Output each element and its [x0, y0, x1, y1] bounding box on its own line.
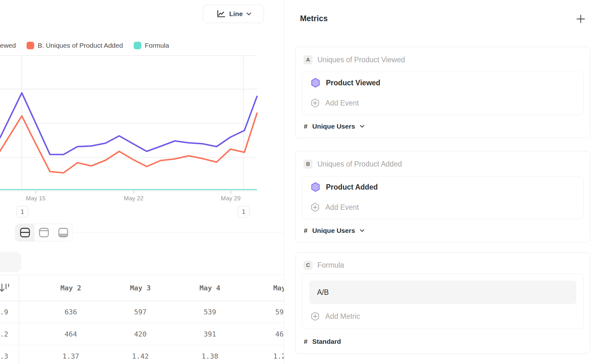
metric-card-c: CFormulaA/BAdd Metric#Standard — [295, 252, 590, 354]
legend-item-label: B. Uniques of Product Added — [38, 42, 123, 49]
table-cell: 597 — [106, 308, 175, 316]
add-event-label: Add Event — [325, 203, 359, 212]
table-cell: 1.2 — [245, 352, 284, 360]
event-name: Product Added — [326, 183, 378, 191]
add-event-label: Add Event — [325, 99, 359, 107]
table-row-header-cell: .2 — [0, 323, 19, 345]
hash-icon: # — [304, 338, 308, 345]
table-cell: 420 — [106, 330, 175, 338]
table-cell: 539 — [175, 308, 245, 316]
table-cell: 1.37 — [36, 352, 106, 360]
chevron-down-icon — [246, 12, 251, 15]
metric-inner-card: Product AddedAdd Event — [302, 176, 584, 219]
table-cell: 59 — [245, 308, 284, 316]
measure-selector[interactable]: #Standard — [304, 338, 341, 345]
table-row-header-cell: .9 — [0, 301, 19, 323]
series-line-product-viewed[interactable] — [0, 93, 257, 155]
chart-legend: ewedB. Uniques of Product AddedFormula — [0, 40, 169, 51]
measure-label: Standard — [312, 338, 341, 345]
metrics-panel: Metrics AUniques of Product ViewedProduc… — [284, 0, 600, 364]
view-toggle-layout-split-horizontal[interactable] — [15, 224, 34, 241]
series-line-product-added[interactable] — [0, 113, 257, 173]
section-divider — [73, 232, 284, 233]
insights-report: Line ewedB. Uniques of Product AddedForm… — [0, 0, 600, 364]
table-column-header[interactable]: May 2 — [36, 284, 106, 292]
table-row: .963659753959 — [0, 301, 284, 323]
annotation-badge[interactable]: 1 — [16, 206, 28, 217]
x-axis-label: May 29 — [221, 195, 241, 202]
metric-card-header: CFormula — [303, 261, 344, 270]
table-row-header-value: .9 — [0, 308, 8, 316]
table-row-header-value: .3 — [0, 352, 8, 360]
chart-type-label: Line — [229, 10, 243, 18]
metrics-panel-title: Metrics — [300, 14, 328, 23]
event-hexagon-icon — [311, 78, 320, 88]
metric-card-b: BUniques of Product AddedProduct AddedAd… — [295, 151, 590, 242]
add-hexagon-plus-icon — [311, 98, 319, 108]
table-cell: 1.42 — [106, 352, 175, 360]
line-chart-icon — [216, 9, 226, 19]
metric-card-header: BUniques of Product Added — [303, 160, 402, 169]
legend-item[interactable]: Formula — [134, 42, 169, 49]
add-metric-label: Add Metric — [325, 312, 360, 321]
legend-item-label: Formula — [145, 42, 169, 49]
clipped-corner-chip[interactable] — [0, 252, 21, 272]
table-row-header-cell: .3 — [0, 345, 19, 364]
table-row: .31.371.421.381.2 — [0, 345, 284, 364]
table-column-header[interactable]: May 4 — [175, 284, 245, 292]
metric-letter-badge: B — [303, 160, 313, 169]
event-hexagon-icon — [311, 182, 320, 192]
legend-item[interactable]: ewed — [0, 42, 16, 49]
metric-letter-badge: A — [303, 55, 313, 64]
chart-type-dropdown[interactable]: Line — [203, 5, 264, 23]
metric-inner-card: A/BAdd Metric — [302, 274, 584, 329]
sort-descending-icon — [0, 283, 11, 294]
view-toggle-layout-header-top[interactable] — [34, 224, 53, 241]
legend-item-label: ewed — [0, 42, 16, 49]
table-cell: 46 — [245, 330, 284, 338]
table-cell: 1.38 — [175, 352, 245, 360]
add-hexagon-plus-icon — [311, 203, 319, 212]
layout-header-top-icon — [38, 227, 50, 238]
line-chart: May 15May 22May 29 — [0, 54, 284, 202]
add-metric-button[interactable] — [576, 14, 586, 24]
metric-card-a: AUniques of Product ViewedProduct Viewed… — [295, 47, 590, 138]
formula-input[interactable]: A/B — [309, 281, 576, 304]
table-cell: 636 — [36, 308, 106, 316]
table-row: .246442039146 — [0, 323, 284, 345]
measure-selector[interactable]: #Unique Users — [304, 123, 364, 130]
table-sort-cell[interactable] — [0, 275, 19, 301]
event-row[interactable]: Product Viewed — [311, 76, 380, 89]
table-cell: 464 — [36, 330, 106, 338]
event-name: Product Viewed — [326, 79, 380, 87]
metric-card-header: AUniques of Product Viewed — [303, 55, 405, 64]
metric-letter-badge: C — [303, 261, 313, 270]
measure-label: Unique Users — [312, 227, 355, 234]
add-metric-row-button[interactable]: Add Metric — [311, 311, 360, 322]
table-column-header[interactable]: May 3 — [106, 284, 175, 292]
legend-swatch — [134, 42, 141, 49]
event-row[interactable]: Product Added — [311, 181, 378, 193]
table-header-row: May 2May 3May 4May — [0, 275, 284, 301]
breakdown-table: May 2May 3May 4May .963659753959.2464420… — [0, 275, 284, 364]
metric-inner-card: Product ViewedAdd Event — [302, 72, 584, 115]
legend-swatch — [27, 42, 34, 49]
metric-card-label: Uniques of Product Viewed — [317, 56, 405, 64]
add-hexagon-plus-icon — [311, 312, 319, 321]
annotation-badge[interactable]: 1 — [238, 206, 249, 217]
chevron-down-icon — [360, 125, 364, 128]
x-axis-label: May 22 — [124, 195, 144, 202]
plus-icon — [576, 14, 585, 24]
add-event-button[interactable]: Add Event — [311, 97, 359, 109]
measure-selector[interactable]: #Unique Users — [304, 227, 364, 234]
chart-section: Line ewedB. Uniques of Product AddedForm… — [0, 0, 284, 364]
hash-icon: # — [304, 123, 308, 130]
layout-bar-bottom-icon — [58, 227, 69, 238]
legend-item[interactable]: B. Uniques of Product Added — [27, 42, 123, 49]
table-column-header[interactable]: May — [245, 284, 284, 292]
metric-card-label: Formula — [317, 261, 344, 270]
add-event-button[interactable]: Add Event — [311, 202, 359, 213]
hash-icon: # — [304, 227, 308, 234]
table-cell: 391 — [175, 330, 245, 338]
view-toggle-layout-bar-bottom[interactable] — [54, 224, 73, 241]
